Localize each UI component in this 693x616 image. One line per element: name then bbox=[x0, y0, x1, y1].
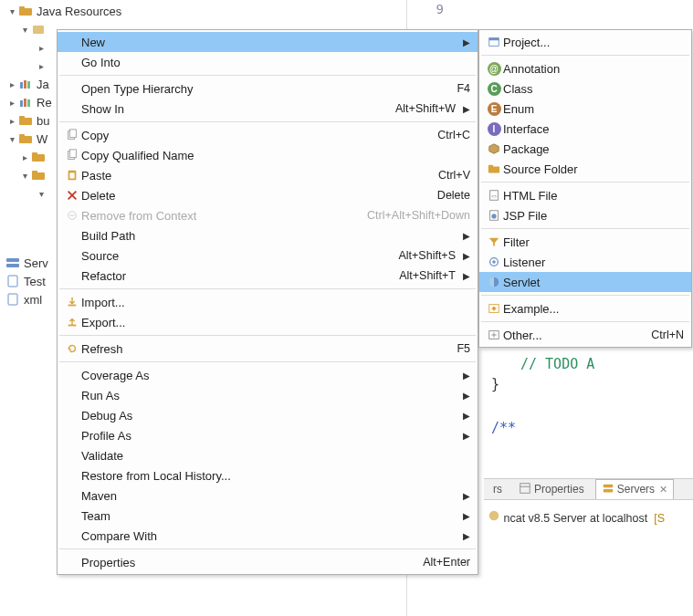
tab-label: Servers bbox=[617, 483, 655, 496]
menu-accel: Delete bbox=[437, 189, 470, 202]
menu-separator bbox=[481, 55, 689, 56]
menu-label: Copy bbox=[81, 129, 437, 142]
chevron-right-icon: ▶ bbox=[463, 511, 470, 521]
menu-separator bbox=[59, 361, 476, 362]
tree-label: xml bbox=[24, 293, 42, 307]
menu-label: Annotation bbox=[503, 62, 684, 76]
menu-delete[interactable]: Delete Delete bbox=[58, 185, 478, 205]
menu-separator bbox=[59, 288, 476, 289]
menu-properties[interactable]: Properties Alt+Enter bbox=[58, 552, 478, 572]
chevron-down-icon: ▾ bbox=[18, 171, 31, 181]
chevron-right-icon: ▶ bbox=[463, 371, 470, 381]
tab-properties[interactable]: Properties bbox=[513, 480, 590, 499]
tab-markers[interactable]: rs bbox=[488, 481, 508, 497]
menu-compare-with[interactable]: Compare With ▶ bbox=[58, 526, 478, 546]
menu-label: Refactor bbox=[81, 269, 399, 283]
export-icon bbox=[63, 315, 81, 329]
sub-listener[interactable]: Listener bbox=[479, 252, 691, 272]
remove-context-icon bbox=[63, 208, 81, 223]
chevron-right-icon: ▶ bbox=[463, 251, 470, 261]
context-menu[interactable]: New ▶ Go Into Open Type Hierarchy F4 Sho… bbox=[57, 29, 478, 575]
delete-icon bbox=[63, 188, 81, 203]
menu-profile-as[interactable]: Profile As ▶ bbox=[58, 425, 478, 445]
menu-source[interactable]: Source Alt+Shift+S ▶ bbox=[58, 245, 478, 266]
sub-servlet[interactable]: Servlet bbox=[479, 272, 691, 292]
menu-maven[interactable]: Maven ▶ bbox=[58, 485, 478, 506]
bottom-tab-strip[interactable]: rs Properties Servers ✕ bbox=[484, 478, 693, 500]
menu-run-as[interactable]: Run As ▶ bbox=[58, 385, 478, 405]
enum-icon: E bbox=[485, 101, 503, 116]
menu-validate[interactable]: Validate bbox=[58, 445, 478, 465]
chevron-right-icon: ▸ bbox=[5, 98, 18, 108]
svg-rect-3 bbox=[20, 82, 23, 89]
menu-label: Compare With bbox=[81, 529, 456, 543]
menu-debug-as[interactable]: Debug As ▶ bbox=[58, 405, 478, 425]
import-icon bbox=[63, 295, 81, 309]
svg-rect-15 bbox=[32, 172, 45, 180]
menu-copy-qualified-name[interactable]: Copy Qualified Name bbox=[58, 145, 478, 165]
chevron-right-icon: ▸ bbox=[35, 43, 47, 53]
menu-separator bbox=[59, 121, 476, 122]
project-icon bbox=[485, 35, 503, 49]
new-submenu[interactable]: Project... @ Annotation C Class E Enum I… bbox=[478, 29, 692, 348]
folder-icon bbox=[31, 150, 46, 164]
folder-icon bbox=[31, 168, 46, 183]
sub-package[interactable]: Package bbox=[479, 139, 691, 159]
menu-label: New bbox=[81, 36, 456, 49]
sub-other[interactable]: Other... Ctrl+N bbox=[479, 325, 691, 345]
sub-source-folder[interactable]: Source Folder bbox=[479, 159, 691, 179]
html-file-icon: <> bbox=[485, 188, 503, 203]
menu-new[interactable]: New ▶ bbox=[58, 32, 478, 52]
tree-label: bu bbox=[37, 114, 49, 128]
menu-team[interactable]: Team ▶ bbox=[58, 506, 478, 526]
menu-go-into[interactable]: Go Into bbox=[58, 52, 478, 72]
menu-refactor[interactable]: Refactor Alt+Shift+T ▶ bbox=[58, 266, 478, 286]
sub-interface[interactable]: I Interface bbox=[479, 119, 691, 139]
menu-restore-local-history[interactable]: Restore from Local History... bbox=[58, 465, 478, 485]
chevron-right-icon: ▶ bbox=[463, 231, 470, 241]
menu-paste[interactable]: Paste Ctrl+V bbox=[58, 165, 478, 185]
menu-coverage-as[interactable]: Coverage As ▶ bbox=[58, 365, 478, 385]
menu-import[interactable]: Import... bbox=[58, 292, 478, 312]
menu-accel: Alt+Enter bbox=[423, 556, 470, 569]
menu-label: Listener bbox=[503, 256, 684, 269]
tree-label: Java Resources bbox=[37, 5, 121, 18]
sub-enum[interactable]: E Enum bbox=[479, 99, 691, 119]
chevron-right-icon: ▶ bbox=[463, 104, 470, 114]
menu-show-in[interactable]: Show In Alt+Shift+W ▶ bbox=[58, 99, 478, 119]
tree-node-java-resources[interactable]: ▾ Java Resources bbox=[2, 2, 404, 20]
sub-jsp-file[interactable]: JSP File bbox=[479, 205, 691, 225]
servers-view[interactable]: ncat v8.5 Server at localhost [S bbox=[484, 504, 693, 530]
menu-label: Source Folder bbox=[503, 162, 684, 176]
menu-copy[interactable]: Copy Ctrl+C bbox=[58, 125, 478, 145]
menu-label: Coverage As bbox=[81, 369, 456, 382]
server-name[interactable]: ncat v8.5 Server at localhost bbox=[503, 512, 647, 525]
menu-build-path[interactable]: Build Path ▶ bbox=[58, 225, 478, 245]
sub-project[interactable]: Project... bbox=[479, 32, 691, 52]
menu-label: Show In bbox=[81, 102, 395, 116]
svg-point-47 bbox=[492, 260, 496, 264]
svg-rect-17 bbox=[6, 258, 19, 262]
menu-label: Filter bbox=[503, 235, 684, 249]
sub-example[interactable]: Example... bbox=[479, 298, 691, 318]
tree-label: Ja bbox=[37, 78, 49, 91]
source-folder-icon bbox=[485, 162, 503, 176]
menu-refresh[interactable]: Refresh F5 bbox=[58, 339, 478, 359]
paste-icon bbox=[63, 168, 81, 183]
menu-accel: Alt+Shift+T bbox=[399, 269, 456, 282]
sub-annotation[interactable]: @ Annotation bbox=[479, 58, 691, 78]
sub-filter[interactable]: Filter bbox=[479, 232, 691, 252]
server-status: [S bbox=[654, 512, 665, 525]
svg-rect-41 bbox=[488, 165, 493, 168]
menu-label: Interface bbox=[503, 122, 684, 136]
close-icon[interactable]: ✕ bbox=[659, 484, 667, 496]
blank-icon bbox=[63, 81, 81, 96]
svg-rect-18 bbox=[6, 264, 19, 267]
menu-open-type-hierarchy[interactable]: Open Type Hierarchy F4 bbox=[58, 78, 478, 99]
sub-class[interactable]: C Class bbox=[479, 78, 691, 99]
menu-label: HTML File bbox=[503, 189, 684, 203]
sub-html-file[interactable]: <> HTML File bbox=[479, 185, 691, 205]
menu-separator bbox=[59, 548, 476, 549]
tab-servers[interactable]: Servers ✕ bbox=[595, 479, 674, 500]
menu-export[interactable]: Export... bbox=[58, 312, 478, 332]
